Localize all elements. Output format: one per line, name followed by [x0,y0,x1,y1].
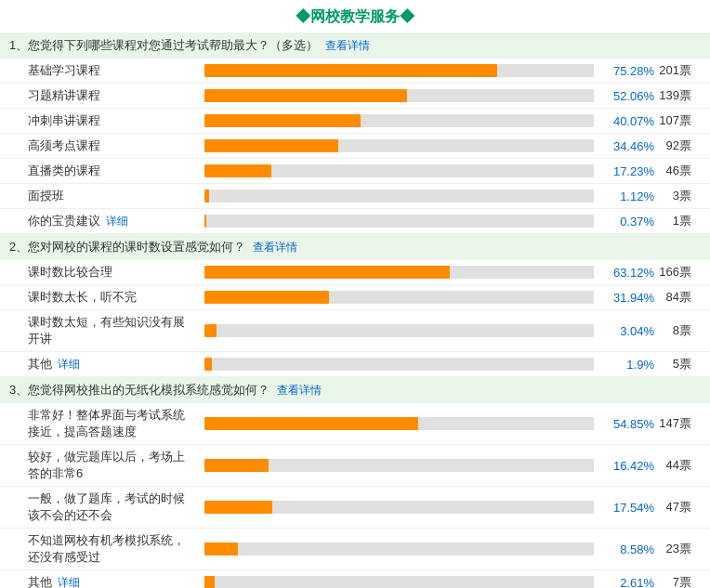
item-detail-link-q3-4[interactable]: 详细 [58,576,80,588]
votes-q2-0: 166票 [654,264,691,281]
percent-q1-0: 75.28% [603,64,654,78]
bar-fill-q1-5 [204,189,209,203]
percent-q1-6: 0.37% [603,215,654,229]
bar-fill-q3-3 [204,542,238,555]
bar-container-q1-1 [204,89,594,102]
row-q2-1: 课时数太长，听不完31.94%84票 [0,285,710,310]
label-text-q1-6: 你的宝贵建议 [28,214,100,228]
label-text-q2-3: 其他 [28,357,52,371]
votes-q2-1: 84票 [654,289,691,306]
label-text-q2-2: 课时数太短，有些知识没有展开讲 [28,315,185,346]
bar-container-q1-5 [204,189,594,203]
bar-container-q3-2 [204,501,594,514]
label-q1-1: 习题精讲课程 [28,87,195,104]
votes-q1-1: 139票 [654,87,691,104]
percent-q3-2: 17.54% [603,501,654,515]
bar-container-q1-0 [204,64,594,77]
bar-fill-q2-3 [204,358,212,371]
bar-fill-q1-0 [204,64,497,77]
row-q2-0: 课时数比较合理63.12%166票 [0,260,710,285]
bar-container-q3-3 [204,542,594,555]
row-q3-1: 较好，做完题库以后，考场上答的非常616.42%44票 [0,445,710,487]
votes-q3-4: 7票 [654,574,691,588]
percent-q2-1: 31.94% [603,291,654,305]
bar-container-q1-2 [204,114,594,127]
votes-q3-3: 23票 [654,541,691,557]
bar-fill-q2-1 [204,291,329,304]
item-detail-link-q2-3[interactable]: 详细 [58,358,80,371]
bar-fill-q3-4 [204,576,215,588]
label-text-q2-0: 课时数比较合理 [28,265,112,279]
row-q3-2: 一般，做了题库，考试的时候该不会的还不会17.54%47票 [0,487,710,529]
percent-q3-0: 54.85% [603,417,654,431]
bar-fill-q1-2 [204,114,361,127]
row-q1-1: 习题精讲课程52.06%139票 [0,84,710,109]
votes-q1-5: 3票 [654,188,691,204]
label-q3-0: 非常好！整体界面与考试系统接近，提高答题速度 [28,407,195,440]
section-detail-link-q3[interactable]: 查看详情 [277,384,322,397]
percent-q2-3: 1.9% [603,358,654,372]
percent-q3-1: 16.42% [603,459,654,473]
bar-container-q3-1 [204,459,594,472]
label-text-q3-4: 其他 [28,575,52,588]
section-header-q3: 3、您觉得网校推出的无纸化模拟系统感觉如何？查看详情 [0,377,710,403]
bar-fill-q3-1 [204,459,269,472]
row-q3-4: 其他详细2.61%7票 [0,570,710,588]
section-title-q3: 3、您觉得网校推出的无纸化模拟系统感觉如何？ [9,383,270,397]
row-q1-4: 直播类的课程17.23%46票 [0,159,710,184]
label-text-q1-3: 高须考点课程 [28,138,100,152]
label-q1-4: 直播类的课程 [28,163,195,179]
votes-q2-3: 5票 [654,356,691,372]
row-q2-2: 课时数太短，有些知识没有展开讲3.04%8票 [0,310,710,352]
label-q2-2: 课时数太短，有些知识没有展开讲 [28,314,195,347]
bar-container-q1-6 [204,215,594,228]
label-q3-3: 不知道网校有机考模拟系统，还没有感受过 [28,532,195,566]
row-q1-5: 面授班1.12%3票 [0,184,710,209]
bar-fill-q2-2 [204,324,217,337]
section-header-q1: 1、您觉得下列哪些课程对您通过考试帮助最大？（多选）查看详情 [0,33,710,59]
bar-container-q1-4 [204,164,594,177]
label-text-q1-5: 面授班 [28,189,64,203]
label-q2-3: 其他详细 [28,356,195,372]
label-text-q1-2: 冲刺串讲课程 [28,113,100,127]
bar-container-q2-3 [204,358,594,371]
label-q3-1: 较好，做完题库以后，考场上答的非常6 [28,449,195,482]
page-title: ◆网校教学服务◆ [0,0,710,33]
label-q1-0: 基础学习课程 [28,62,195,79]
section-header-q2: 2、您对网校的课程的课时数设置感觉如何？查看详情 [0,234,710,260]
percent-q3-4: 2.61% [603,576,654,589]
label-q3-4: 其他详细 [28,574,195,588]
bar-container-q2-1 [204,291,594,304]
percent-q2-2: 3.04% [603,324,654,338]
section-detail-link-q2[interactable]: 查看详情 [253,241,297,254]
section-detail-link-q1[interactable]: 查看详情 [325,39,370,52]
votes-q1-4: 46票 [654,163,691,179]
item-detail-link-q1-6[interactable]: 详细 [106,215,128,228]
label-text-q3-1: 较好，做完题库以后，考场上答的非常6 [28,450,185,480]
bar-container-q2-0 [204,266,594,279]
row-q3-0: 非常好！整体界面与考试系统接近，提高答题速度54.85%147票 [0,403,710,445]
bar-fill-q1-1 [204,89,407,102]
label-text-q3-3: 不知道网校有机考模拟系统，还没有感受过 [28,533,185,564]
votes-q3-0: 147票 [654,415,691,432]
percent-q1-5: 1.12% [603,189,654,203]
votes-q1-3: 92票 [654,137,691,154]
percent-q1-1: 52.06% [603,89,654,103]
label-q2-0: 课时数比较合理 [28,264,195,281]
votes-q3-2: 47票 [654,499,691,516]
votes-q1-6: 1票 [654,213,691,229]
bar-fill-q1-3 [204,139,338,152]
row-q1-3: 高须考点课程34.46%92票 [0,134,710,159]
label-q2-1: 课时数太长，听不完 [28,289,195,306]
bar-fill-q1-4 [204,164,271,177]
section-title-q1: 1、您觉得下列哪些课程对您通过考试帮助最大？（多选） [9,38,318,52]
bar-fill-q3-2 [204,501,272,514]
label-q1-3: 高须考点课程 [28,137,195,154]
label-q1-5: 面授班 [28,188,195,204]
label-text-q1-0: 基础学习课程 [28,63,100,77]
label-text-q2-1: 课时数太长，听不完 [28,290,137,304]
row-q3-3: 不知道网校有机考模拟系统，还没有感受过8.58%23票 [0,529,710,570]
label-text-q3-0: 非常好！整体界面与考试系统接近，提高答题速度 [28,408,185,438]
bar-fill-q1-6 [204,215,206,228]
percent-q1-3: 34.46% [603,139,654,153]
